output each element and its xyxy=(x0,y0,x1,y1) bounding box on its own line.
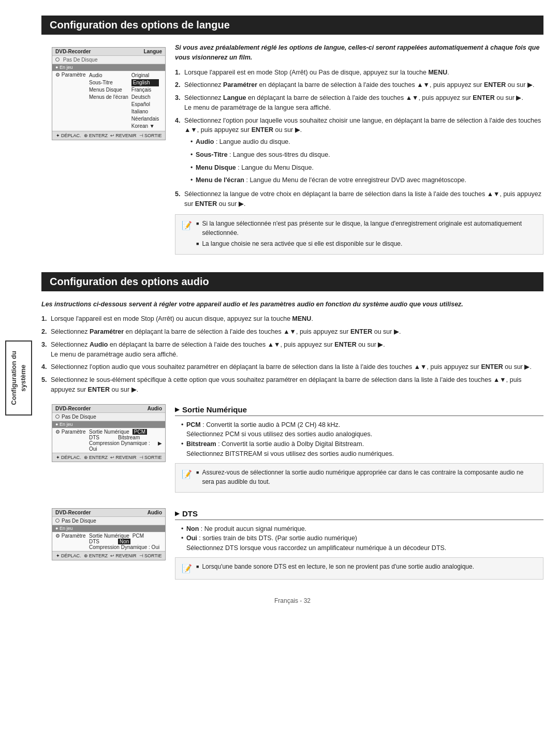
sortie-bullet-pcm: PCM : Convertit la sortie audio à PCM (2… xyxy=(181,420,543,440)
main-content: Configuration des options de langue DVD-… xyxy=(41,16,543,630)
dts-note: 📝 Lorsqu'une bande sonore DTS est en lec… xyxy=(175,557,543,580)
note-icon-dts: 📝 xyxy=(182,562,192,575)
langue-step-3: 3. Sélectionnez Langue en déplaçant la b… xyxy=(175,93,543,113)
langue-steps: 1. Lorsque l'appareil est en mode Stop (… xyxy=(175,68,543,209)
dvd-pas-sortie: Pas De Disque xyxy=(52,413,165,421)
dvd-footer3-langue: ↩ REVENIR xyxy=(110,133,137,138)
dvd-lbl-compression-dts: Compression Dynamique : Oui xyxy=(89,544,159,550)
dvd-footer3-sortie: ↩ REVENIR xyxy=(110,455,137,460)
pas-disque-sortie: Pas De Disque xyxy=(62,414,96,420)
dvd-row-compression-dts: Compression Dynamique : Oui xyxy=(89,544,159,550)
dts-bullets: Non : Ne produit aucun signal numérique.… xyxy=(181,524,543,553)
dvd-enjeu-label-dts: ● En jeu xyxy=(55,526,72,531)
sortie-numerique-section: DVD-Recorder Audio Pas De Disque ● En je… xyxy=(41,400,543,499)
dvd-val-english: English xyxy=(131,79,159,86)
dvd-arrow-right: ▶ xyxy=(158,440,162,452)
dvd-footer1-sortie: ✦ DÉPLAC. xyxy=(56,455,81,460)
langue-step-2: 2. Sélectionnez Paramétrer en déplaçant … xyxy=(175,80,543,90)
audio-step-1: 1. Lorsque l'appareil est en mode Stop (… xyxy=(41,314,543,324)
dvd-val-korean: Korean ▼ xyxy=(131,123,159,130)
sortie-bullets: PCM : Convertit la sortie audio à PCM (2… xyxy=(181,420,543,459)
sidebar-line1: Configuration du xyxy=(10,351,18,405)
dvd-sortie-rows: Sortie Numérique PCM DTS Bitstream Compr… xyxy=(89,429,162,452)
langue-two-col: DVD-Recorder Langue Pas De Disque ● En j… xyxy=(41,43,543,261)
dvd-title-sortie: DVD-Recorder xyxy=(55,406,91,411)
sidebar-box: Configuration du système xyxy=(5,340,32,416)
sortie-note: 📝 Assurez-vous de sélectionner la sortie… xyxy=(175,463,543,493)
dvd-row-dts: DTS Bitstream xyxy=(89,435,162,440)
sortie-note-text: Assurez-vous de sélectionner la sortie a… xyxy=(196,468,537,488)
radio-sortie xyxy=(55,414,60,419)
dvd-dts-rows: Sortie Numérique PCM DTS Non Compression… xyxy=(89,533,159,550)
langue-step-4: 4. Sélectionnez l'option pour laquelle v… xyxy=(175,116,543,186)
sortie-note-1: Assurez-vous de sélectionner la sortie a… xyxy=(196,468,537,486)
dvd-options-lang-values: Original English Français Deutsch Españo… xyxy=(131,72,159,130)
dvd-opt-sous-titre: Sous-Titre xyxy=(89,79,128,86)
dvd-footer4-dts: ⊣ SORTIE xyxy=(139,553,162,558)
dvd-row-sortie-num-dts: Sortie Numérique PCM xyxy=(89,533,159,539)
dvd-footer4-langue: ⊣ SORTIE xyxy=(139,133,162,138)
section1-title: Configuration des options de langue xyxy=(41,16,543,35)
dvd-row-dts-val: DTS Non xyxy=(89,539,159,544)
langue-note: 📝 Si la langue sélectionnée n'est pas pr… xyxy=(175,214,543,255)
dvd-footer2-langue: ⊕ ENTERZ xyxy=(84,133,108,138)
dvd-title-langue: DVD-Recorder xyxy=(55,49,91,54)
dvd-val-neerlandais: Néerlandais xyxy=(131,115,159,123)
dvd-title-dts: DVD-Recorder xyxy=(55,510,91,515)
dvd-header-langue: DVD-Recorder Langue xyxy=(52,48,165,56)
dvd-label-param-langue: ⚙ Paramètre xyxy=(55,72,89,78)
pas-de-disque-langue: Pas De Disque xyxy=(63,57,98,63)
dvd-enjeu-sortie: ● En jeu xyxy=(52,421,165,428)
sortie-numerique-text: Sortie Numérique PCM : Convertit la sort… xyxy=(175,400,543,499)
dts-note-text: Lorsqu'une bande sonore DTS est en lectu… xyxy=(196,562,474,575)
note-icon-sortie: 📝 xyxy=(182,468,192,488)
dvd-ui-sortie: DVD-Recorder Audio Pas De Disque ● En je… xyxy=(41,400,166,468)
sidebar-line2: système xyxy=(19,364,27,391)
page-footer: Français - 32 xyxy=(41,597,543,610)
dvd-ui-langue: DVD-Recorder Langue Pas De Disque ● En j… xyxy=(41,43,166,146)
dvd-right-langue: Langue xyxy=(143,49,162,54)
sidebar: Configuration du système xyxy=(0,0,37,756)
pas-disque-dts: Pas De Disque xyxy=(62,518,96,524)
audio-step-2: 2. Sélectionnez Paramétrer en déplaçant … xyxy=(41,327,543,337)
dvd-param-dts: ⚙ Paramètre Sortie Numérique PCM DTS Non xyxy=(52,532,165,551)
dvd-footer1-langue: ✦ DÉPLAC. xyxy=(56,133,81,138)
dvd-lbl-compression: Compression Dynamique : Oui xyxy=(89,440,155,452)
dvd-pas-langue: Pas De Disque xyxy=(52,56,165,64)
dvd-val-non: Non xyxy=(118,539,130,544)
dvd-enjeu-label-sortie: ● En jeu xyxy=(55,422,72,427)
audio-steps: 1. Lorsque l'appareil est en mode Stop (… xyxy=(41,314,543,394)
dvd-val-bitstream: Bitstream xyxy=(118,435,140,440)
audio-step-3: 3. Sélectionnez Audio en déplaçant la ba… xyxy=(41,340,543,360)
dts-title: DTS xyxy=(175,509,543,520)
sortie-numerique-title: Sortie Numérique xyxy=(175,405,543,416)
dvd-row-enjeu-langue: ● En jeu xyxy=(52,64,165,71)
dvd-footer-dts: ✦ DÉPLAC. ⊕ ENTERZ ↩ REVENIR ⊣ SORTIE xyxy=(52,551,165,560)
dvd-options-langue: Audio Sous-Titre Menus Disque Menus de l… xyxy=(89,72,128,101)
dvd-lbl-dts: DTS xyxy=(89,435,99,440)
langue-note-text: Si la langue sélectionnée n'est pas prés… xyxy=(196,219,537,250)
dvd-opt-menus-ecran: Menus de l'écran xyxy=(89,94,128,101)
langue-step-1: 1. Lorsque l'appareil est en mode Stop (… xyxy=(175,68,543,78)
dvd-lbl-dts-val: DTS xyxy=(89,539,99,544)
dvd-lbl-sortie-num-dts: Sortie Numérique xyxy=(89,533,129,539)
dvd-ui-dts: DVD-Recorder Audio Pas De Disque ● En je… xyxy=(41,504,166,567)
langue-bullets: Audio : Langue audio du disque. Sous-Tit… xyxy=(190,137,543,185)
dvd-enjeu-dts: ● En jeu xyxy=(52,525,165,532)
langue-bullet-audio: Audio : Langue audio du disque. xyxy=(190,137,543,147)
langue-note-1: Si la langue sélectionnée n'est pas prés… xyxy=(196,219,537,238)
audio-intro: Les instructions ci-dessous servent à ré… xyxy=(41,300,543,309)
dvd-footer-langue: ✦ DÉPLAC. ⊕ ENTERZ ↩ REVENIR ⊣ SORTIE xyxy=(52,131,165,140)
dvd-param-sortie: ⚙ Paramètre Sortie Numérique PCM DTS Bit… xyxy=(52,428,165,453)
dvd-pas-dts: Pas De Disque xyxy=(52,517,165,525)
dvd-recorder-dts: DVD-Recorder Audio Pas De Disque ● En je… xyxy=(52,508,166,560)
langue-bullet-menu-ecran: Menu de l'écran : Langue du Menu de l'éc… xyxy=(190,175,543,185)
dvd-row-param-langue: ⚙ Paramètre Audio Sous-Titre Menus Disqu… xyxy=(52,71,165,131)
dvd-param-label-sortie: ⚙ Paramètre xyxy=(55,429,89,435)
dvd-param-label-dts: ⚙ Paramètre xyxy=(55,533,89,539)
dts-text: DTS Non : Ne produit aucun signal numéri… xyxy=(175,504,543,586)
langue-bullet-menu-disque: Menu Disque : Langue du Menu Disque. xyxy=(190,163,543,173)
dvd-opt-audio: Audio xyxy=(89,72,128,79)
dvd-right-dts: Audio xyxy=(148,510,162,515)
langue-step-5: 5. Sélectionnez la langue de votre choix… xyxy=(175,189,543,209)
